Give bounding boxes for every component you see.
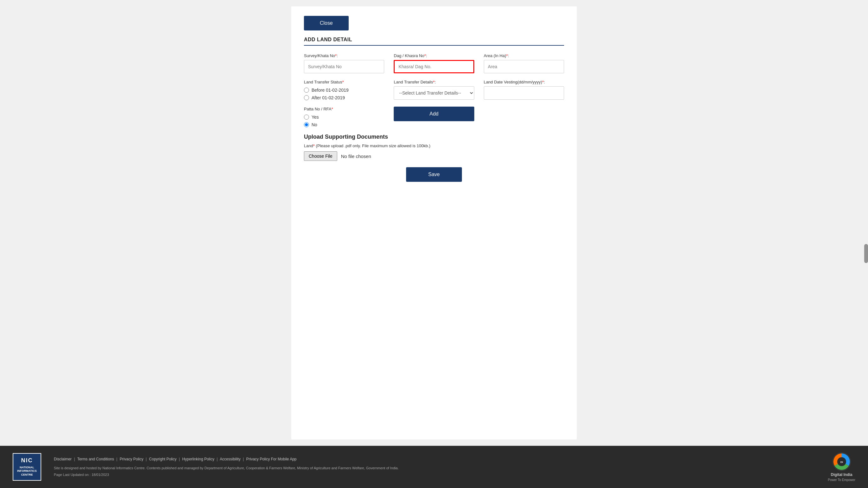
land-transfer-status-label: Land Transfer Status*: [304, 80, 384, 84]
close-button[interactable]: Close: [304, 16, 349, 30]
land-transfer-status-radio-group: Before 01-02-2019 After 01-02-2019: [304, 88, 384, 100]
footer-description: Site is designed and hosted by National …: [54, 465, 815, 471]
radio-after-2019-input[interactable]: [304, 95, 309, 100]
footer-link-terms[interactable]: Terms and Conditions: [77, 457, 114, 461]
area-group: Area (In Ha)*:: [484, 53, 564, 73]
radio-before-2019[interactable]: Before 01-02-2019: [304, 88, 384, 93]
footer-last-updated: Page Last Updated on : 18/01/2023: [54, 472, 815, 478]
digital-india-subtext: Power To Empower: [828, 478, 855, 482]
radio-before-2019-input[interactable]: [304, 88, 309, 93]
no-file-text: No file chosen: [341, 154, 371, 159]
radio-no-input[interactable]: [304, 122, 309, 127]
land-date-vesting-group: Land Date Vesting(dd/mm/yyyy)*:: [484, 80, 564, 100]
digital-india-logo: DI Digital India Power To Empower: [828, 452, 855, 482]
land-date-vesting-input[interactable]: [484, 86, 564, 100]
land-transfer-details-select[interactable]: --Select Land Transfer Details--: [394, 86, 474, 100]
radio-yes-label: Yes: [312, 115, 319, 120]
patta-rfa-radio-group: Yes No: [304, 115, 384, 127]
dag-khasra-input[interactable]: [394, 60, 474, 73]
radio-no[interactable]: No: [304, 122, 384, 127]
svg-text:DI: DI: [840, 461, 843, 464]
footer-link-disclaimer[interactable]: Disclaimer: [54, 457, 72, 461]
land-transfer-details-label: Land Transfer Details*:: [394, 80, 474, 84]
dag-khasra-group: Dag / Khasra No*:: [394, 53, 474, 73]
radio-before-2019-label: Before 01-02-2019: [312, 88, 349, 93]
footer-link-privacy[interactable]: Privacy Policy: [120, 457, 144, 461]
radio-yes[interactable]: Yes: [304, 115, 384, 120]
footer-link-accessibility[interactable]: Accessibility: [220, 457, 241, 461]
footer: NIC NATIONAL INFORMATICS CENTRE Disclaim…: [0, 446, 868, 488]
footer-center: Disclaimer | Terms and Conditions | Priv…: [48, 456, 822, 478]
footer-links: Disclaimer | Terms and Conditions | Priv…: [54, 456, 815, 463]
patta-rfa-label: Patta No / RFA*: [304, 106, 384, 111]
footer-link-mobile-privacy[interactable]: Privacy Policy For Mobile App: [246, 457, 297, 461]
footer-digital-india: DI Digital India Power To Empower: [828, 452, 855, 482]
radio-yes-input[interactable]: [304, 115, 309, 120]
add-button-container: Add: [394, 106, 474, 121]
upload-section: Upload Supporting Documents Land* (Pleas…: [304, 133, 564, 161]
radio-after-2019[interactable]: After 01-02-2019: [304, 95, 384, 100]
land-transfer-status-group: Land Transfer Status* Before 01-02-2019 …: [304, 80, 384, 100]
land-transfer-details-group: Land Transfer Details*: --Select Land Tr…: [394, 80, 474, 100]
dag-khasra-label: Dag / Khasra No*:: [394, 53, 474, 58]
radio-no-label: No: [312, 122, 317, 127]
digital-india-circle-icon: DI: [832, 452, 851, 471]
footer-nic-logo-area: NIC NATIONAL INFORMATICS CENTRE: [13, 453, 41, 480]
nic-logo: NIC NATIONAL INFORMATICS CENTRE: [13, 453, 41, 480]
digital-india-text: Digital India: [831, 472, 852, 477]
file-input-row: Choose File No file chosen: [304, 151, 564, 161]
section-divider: [304, 45, 564, 46]
footer-link-copyright[interactable]: Copyright Policy: [149, 457, 177, 461]
save-button-container: Save: [304, 167, 564, 182]
patta-rfa-group: Patta No / RFA* Yes No: [304, 106, 384, 127]
area-input[interactable]: [484, 60, 564, 73]
area-label: Area (In Ha)*:: [484, 53, 564, 58]
survey-khata-input[interactable]: [304, 60, 384, 73]
scrollbar[interactable]: [864, 244, 868, 263]
upload-info: Land* (Please upload .pdf only. File max…: [304, 144, 564, 148]
footer-link-hyperlinking[interactable]: Hyperlinking Policy: [182, 457, 214, 461]
survey-khata-label: Survey/Khata No*:: [304, 53, 384, 58]
survey-khata-group: Survey/Khata No*:: [304, 53, 384, 73]
upload-title: Upload Supporting Documents: [304, 133, 564, 140]
add-button[interactable]: Add: [394, 106, 474, 121]
save-button[interactable]: Save: [406, 167, 462, 182]
section-title: ADD LAND DETAIL: [304, 37, 564, 42]
radio-after-2019-label: After 01-02-2019: [312, 95, 345, 100]
choose-file-button[interactable]: Choose File: [304, 151, 337, 161]
land-date-vesting-label: Land Date Vesting(dd/mm/yyyy)*:: [484, 80, 564, 84]
